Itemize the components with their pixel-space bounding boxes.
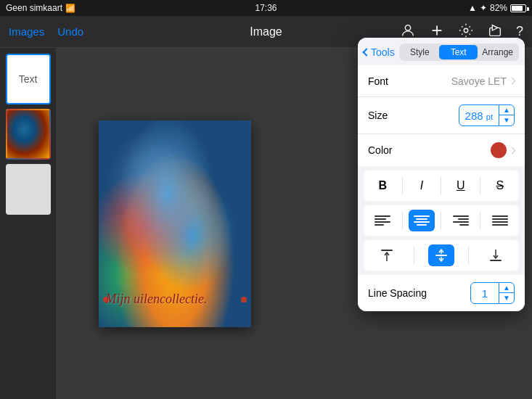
line-spacing-section: Line Spacing 1 ▲ ▼ <box>358 275 525 311</box>
valign-middle-icon <box>434 248 449 263</box>
font-chevron <box>509 78 516 85</box>
align-right-button[interactable] <box>448 210 474 231</box>
font-row[interactable]: Font Savoye LET <box>358 65 525 97</box>
size-value: 288 pt <box>459 107 499 125</box>
strikethrough-button[interactable]: S <box>487 175 513 197</box>
valign-bottom-icon <box>488 248 503 263</box>
separator-1 <box>402 177 403 194</box>
color-row[interactable]: Color <box>358 134 525 166</box>
svg-point-3 <box>464 28 468 33</box>
align-left-icon <box>375 214 390 227</box>
bluetooth-icon: ✦ <box>480 3 487 13</box>
align-justify-icon <box>492 214 508 227</box>
separator-7 <box>414 247 414 264</box>
toolbar-left: Images Undo <box>9 25 83 38</box>
align-left-button[interactable] <box>369 210 396 231</box>
separator-5 <box>441 212 441 229</box>
align-center-icon <box>414 214 430 227</box>
align-right-icon <box>453 214 469 227</box>
italic-button[interactable]: I <box>409 175 435 197</box>
line-spacing-decrement-button[interactable]: ▼ <box>499 293 514 303</box>
svg-point-0 <box>405 25 410 30</box>
chevron-left-icon <box>362 48 370 56</box>
size-input-wrap[interactable]: 288 pt ▲ ▼ <box>459 104 515 126</box>
back-button[interactable]: Tools <box>364 46 395 58</box>
image-card[interactable]: Mijn uilencollectie. <box>99 120 251 327</box>
color-swatch <box>491 142 507 158</box>
script-text: Mijn uilencollectie. <box>106 292 244 307</box>
undo-button[interactable]: Undo <box>57 25 83 38</box>
status-bar: Geen simkaart 📶 17:36 ▲ ✦ 82% <box>0 0 532 16</box>
size-label: Size <box>368 110 459 121</box>
wifi-icon: 📶 <box>65 4 75 13</box>
tab-group: Style Text Arrange <box>399 44 519 61</box>
underline-button[interactable]: U <box>448 175 474 197</box>
size-row: Size 288 pt ▲ ▼ <box>358 97 525 134</box>
sidebar: Text <box>0 48 57 399</box>
separator-8 <box>468 247 469 264</box>
line-spacing-label: Line Spacing <box>368 287 470 299</box>
status-time: 17:36 <box>255 3 277 13</box>
size-decrement-button[interactable]: ▼ <box>499 115 514 126</box>
line-spacing-input-wrap[interactable]: 1 ▲ ▼ <box>470 282 515 304</box>
valign-top-button[interactable] <box>374 244 400 266</box>
separator-3 <box>480 177 480 194</box>
svg-rect-6 <box>490 260 502 261</box>
text-style-row: B I U S <box>364 170 519 201</box>
sidebar-item-text-label: Text <box>19 73 38 85</box>
line-spacing-stepper: ▲ ▼ <box>499 283 514 303</box>
size-stepper: ▲ ▼ <box>499 105 514 126</box>
font-label: Font <box>368 75 451 87</box>
svg-rect-5 <box>435 255 447 256</box>
carrier-label: Geen simkaart <box>6 3 62 13</box>
plus-icon <box>429 22 445 38</box>
toolbar-title: Image <box>250 25 282 38</box>
svg-rect-4 <box>381 250 393 251</box>
help-button[interactable]: ? <box>516 24 523 39</box>
font-value: Savoye LET <box>451 75 507 87</box>
share-icon <box>487 22 503 38</box>
status-left: Geen simkaart 📶 <box>6 3 75 13</box>
text-format-popover: Tools Style Text Arrange Font Savoye LET… <box>358 38 525 311</box>
fish-thumbnail <box>7 110 49 158</box>
separator-2 <box>441 177 441 194</box>
battery-icon <box>510 4 526 12</box>
size-increment-button[interactable]: ▲ <box>499 105 514 115</box>
line-spacing-row: Line Spacing 1 ▲ ▼ <box>358 275 525 311</box>
images-button[interactable]: Images <box>9 25 44 38</box>
person-icon <box>400 22 416 38</box>
tab-text[interactable]: Text <box>439 45 478 59</box>
valign-middle-button[interactable] <box>428 244 454 266</box>
sidebar-item-blank[interactable] <box>6 164 51 215</box>
popover-body: Font Savoye LET Size 288 pt ▲ ▼ Color <box>358 65 525 166</box>
valign-top-icon <box>380 248 394 263</box>
status-right: ▲ ✦ 82% <box>468 3 526 13</box>
color-chevron <box>509 147 516 154</box>
battery-percent: 82% <box>490 3 507 13</box>
sidebar-item-text[interactable]: Text <box>6 54 51 104</box>
line-spacing-increment-button[interactable]: ▲ <box>499 283 514 293</box>
gear-icon <box>458 22 474 38</box>
format-section: B I U S <box>358 166 525 275</box>
valign-bottom-button[interactable] <box>483 244 509 266</box>
align-justify-button[interactable] <box>487 210 513 231</box>
popover-tab-bar: Tools Style Text Arrange <box>358 38 525 65</box>
line-spacing-value: 1 <box>471 284 499 303</box>
font-value-area: Savoye LET <box>451 75 515 87</box>
color-value-area <box>491 142 515 158</box>
tab-style[interactable]: Style <box>401 45 439 59</box>
signal-icon: ▲ <box>468 3 477 13</box>
sidebar-item-fish[interactable] <box>6 109 51 160</box>
tab-arrange[interactable]: Arrange <box>478 45 517 59</box>
separator-6 <box>480 212 480 229</box>
color-label: Color <box>368 144 491 156</box>
alignment-row <box>364 205 519 236</box>
bold-button[interactable]: B <box>369 175 396 197</box>
align-center-button[interactable] <box>409 210 435 231</box>
vertical-align-row <box>364 240 519 271</box>
separator-4 <box>402 212 403 229</box>
back-label: Tools <box>371 46 395 58</box>
